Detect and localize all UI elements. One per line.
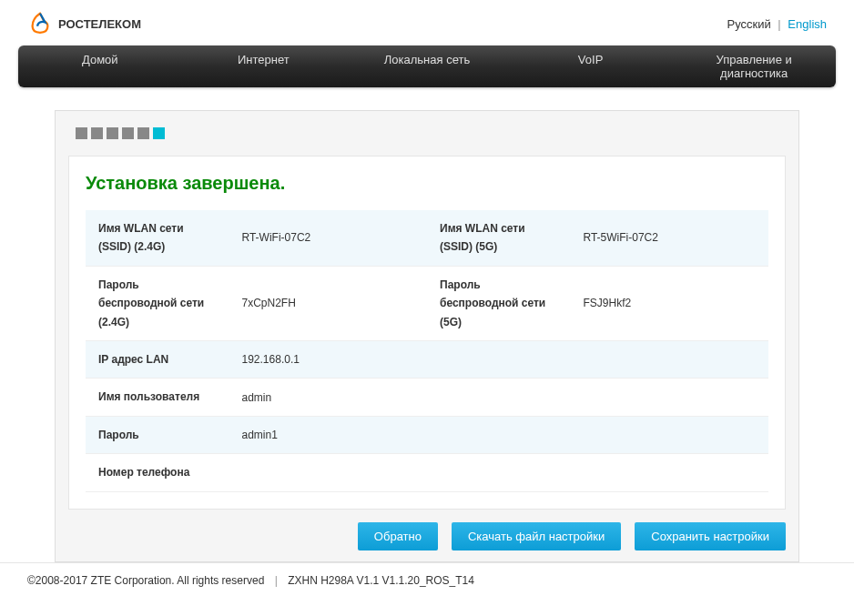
value-password: admin1: [229, 416, 769, 453]
label-phone: Номер телефона: [86, 454, 229, 491]
nav-lan[interactable]: Локальная сеть: [345, 45, 509, 87]
footer: ©2008-2017 ZTE Corporation. All rights r…: [0, 562, 854, 598]
label-ssid-5g: Имя WLAN сети (SSID) (5G): [427, 210, 571, 266]
wizard-steps: [56, 111, 798, 156]
table-row: IP адрес LAN 192.168.0.1: [86, 340, 768, 378]
button-row: Обратно Скачать файл настройки Сохранить…: [68, 522, 786, 550]
download-button[interactable]: Скачать файл настройки: [452, 522, 621, 550]
step-2: [91, 127, 103, 139]
lang-divider: |: [778, 17, 780, 31]
footer-model: ZXHN H298A V1.1 V1.1.20_ROS_T14: [288, 574, 474, 587]
logo-text: РОСТЕЛЕКОМ: [58, 17, 141, 31]
value-pass-5g: FSJ9Hkf2: [571, 266, 769, 340]
label-ssid-24g: Имя WLAN сети (SSID) (2.4G): [86, 210, 229, 266]
step-6: [153, 127, 165, 139]
lang-russian[interactable]: Русский: [727, 17, 770, 31]
step-5: [137, 127, 149, 139]
table-row: Имя пользователя admin: [86, 379, 768, 416]
header: РОСТЕЛЕКОМ Русский | English: [0, 0, 854, 45]
value-ssid-24g: RT-WiFi-07C2: [229, 210, 428, 266]
label-pass-24g: Пароль беспроводной сети (2.4G): [86, 266, 229, 340]
rostelecom-logo-icon: [27, 11, 53, 36]
label-pass-5g: Пароль беспроводной сети (5G): [427, 266, 571, 340]
table-row: Пароль беспроводной сети (2.4G) 7xCpN2FH…: [86, 266, 768, 340]
content-box: Установка завершена. Имя WLAN сети (SSID…: [68, 156, 786, 510]
language-switch: Русский | English: [727, 17, 827, 31]
value-ssid-5g: RT-5WiFi-07C2: [571, 210, 769, 266]
label-password: Пароль: [86, 416, 229, 453]
page-title: Установка завершена.: [86, 173, 768, 194]
save-button[interactable]: Сохранить настройки: [635, 522, 786, 550]
label-ip-lan: IP адрес LAN: [86, 340, 229, 378]
table-row: Пароль admin1: [86, 416, 768, 453]
nav-home[interactable]: Домой: [18, 45, 182, 87]
summary-table: Имя WLAN сети (SSID) (2.4G) RT-WiFi-07C2…: [86, 210, 768, 492]
back-button[interactable]: Обратно: [358, 522, 438, 550]
step-1: [76, 127, 87, 139]
table-row: Номер телефона: [86, 454, 768, 491]
nav-diagnostics[interactable]: Управление и диагностика: [672, 45, 836, 87]
value-username: admin: [229, 379, 769, 416]
label-username: Имя пользователя: [86, 379, 229, 416]
logo: РОСТЕЛЕКОМ: [27, 11, 141, 36]
value-pass-24g: 7xCpN2FH: [229, 266, 428, 340]
table-row: Имя WLAN сети (SSID) (2.4G) RT-WiFi-07C2…: [86, 210, 768, 266]
footer-copyright: ©2008-2017 ZTE Corporation. All rights r…: [27, 574, 264, 587]
lang-english[interactable]: English: [788, 17, 827, 31]
value-ip-lan: 192.168.0.1: [229, 340, 769, 378]
wizard-container: Установка завершена. Имя WLAN сети (SSID…: [55, 110, 799, 562]
step-4: [122, 127, 134, 139]
navbar: Домой Интернет Локальная сеть VoIP Управ…: [18, 45, 836, 87]
nav-internet[interactable]: Интернет: [182, 45, 346, 87]
step-3: [107, 127, 118, 139]
value-phone: [229, 454, 769, 491]
footer-divider: |: [275, 574, 278, 587]
nav-voip[interactable]: VoIP: [509, 45, 673, 87]
